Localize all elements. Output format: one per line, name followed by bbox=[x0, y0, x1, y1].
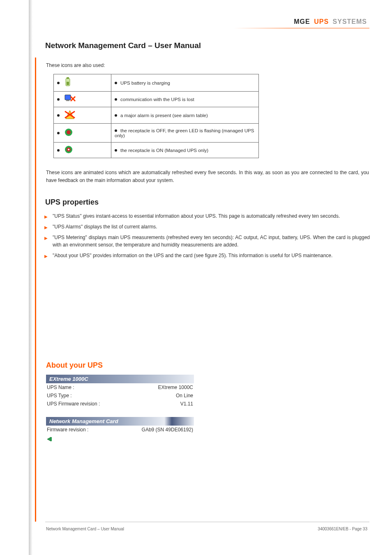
animated-icons-paragraph: These icons are animated icons which are… bbox=[46, 169, 369, 184]
major-alarm-icon bbox=[64, 110, 76, 121]
back-nav-icon[interactable] bbox=[46, 435, 53, 442]
svg-marker-15 bbox=[47, 437, 51, 441]
icon-table: UPS battery is charging communication wi… bbox=[53, 74, 259, 158]
section-ups-properties: UPS properties bbox=[45, 198, 370, 207]
ups-properties-list: "UPS Status" gives instant-access to ess… bbox=[44, 212, 370, 259]
svg-point-11 bbox=[67, 130, 71, 134]
battery-charging-icon bbox=[64, 77, 71, 89]
footer-divider bbox=[45, 522, 369, 522]
table-row: a major alarm is present (see alarm tabl… bbox=[54, 107, 259, 124]
list-item: "UPS Alarms" displays the list of curren… bbox=[44, 223, 370, 230]
svg-rect-16 bbox=[51, 437, 52, 441]
kv-row: UPS Name :EXtreme 1000C bbox=[46, 383, 194, 391]
svg-rect-3 bbox=[65, 95, 71, 100]
comm-lost-icon bbox=[64, 94, 76, 104]
svg-point-14 bbox=[68, 149, 69, 150]
kv-row: UPS Firmware revision :V1.11 bbox=[46, 400, 194, 408]
page-title: Network Management Card – User Manual bbox=[45, 41, 370, 50]
icon-desc: the receptacle is ON (Managed UPS only) bbox=[120, 148, 208, 153]
about-ups-heading: About your UPS bbox=[46, 361, 370, 370]
icon-desc: the receptacle is OFF, the green LED is … bbox=[115, 128, 254, 138]
receptacle-off-icon bbox=[64, 128, 73, 138]
kv-row: UPS Type :On Line bbox=[46, 391, 194, 400]
footer-left: Network Management Card – User Manual bbox=[46, 527, 124, 531]
brand-ups: UPS bbox=[314, 18, 329, 25]
icons-intro: These icons are also used: bbox=[46, 62, 370, 68]
icon-desc: a major alarm is present (see alarm tabl… bbox=[120, 113, 208, 118]
brand-systems: SYSTEMS bbox=[333, 18, 367, 25]
table-row: the receptacle is OFF, the green LED is … bbox=[54, 124, 259, 143]
list-item: "About your UPS" provides information on… bbox=[44, 252, 370, 259]
footer-right: 34003661EN/EB - Page 33 bbox=[318, 527, 367, 531]
svg-rect-2 bbox=[67, 82, 69, 85]
panel-network-body: Firmware revision :GAb9 (SN 49DE06192) bbox=[46, 426, 194, 434]
panel-header-ups: EXtreme 1000C bbox=[46, 375, 194, 383]
receptacle-on-icon bbox=[64, 145, 73, 155]
list-item: "UPS Metering" displays main UPS measure… bbox=[44, 234, 370, 249]
about-ups-screenshot: About your UPS EXtreme 1000C UPS Name :E… bbox=[46, 361, 370, 442]
side-orange-curve bbox=[35, 58, 36, 522]
panel-header-network: Network Management Card bbox=[46, 417, 194, 426]
brand-logo: MGE UPS SYSTEMS bbox=[254, 16, 369, 27]
table-row: the receptacle is ON (Managed UPS only) bbox=[54, 143, 259, 158]
table-row: UPS battery is charging bbox=[54, 74, 259, 92]
list-item: "UPS Status" gives instant-access to ess… bbox=[44, 212, 370, 220]
icon-desc: communication with the UPS is lost bbox=[120, 97, 194, 102]
svg-rect-1 bbox=[67, 77, 69, 79]
panel-ups-body: UPS Name :EXtreme 1000C UPS Type :On Lin… bbox=[46, 383, 194, 408]
icon-desc: UPS battery is charging bbox=[120, 81, 170, 85]
table-row: communication with the UPS is lost bbox=[54, 92, 259, 107]
brand-mge: MGE bbox=[294, 18, 310, 25]
kv-row: Firmware revision :GAb9 (SN 49DE06192) bbox=[46, 426, 194, 434]
brand-underline bbox=[234, 28, 369, 28]
svg-rect-4 bbox=[66, 100, 69, 101]
